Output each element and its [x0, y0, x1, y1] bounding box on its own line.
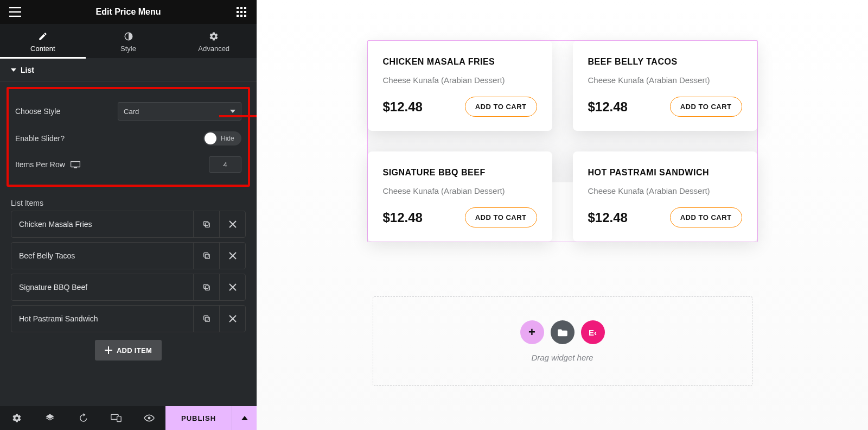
folder-icon: [557, 328, 568, 337]
svg-rect-0: [237, 7, 239, 9]
panel-title: Edit Price Menu: [95, 7, 161, 17]
sidebar-tabs: Content Style Advanced: [0, 24, 257, 58]
card-title: BEEF BELLY TACOS: [588, 57, 742, 67]
add-to-cart-button[interactable]: ADD TO CART: [465, 207, 537, 227]
remove-button[interactable]: [219, 306, 245, 332]
card-description: Cheese Kunafa (Arabian Dessert): [588, 75, 742, 85]
tab-style[interactable]: Style: [86, 24, 171, 58]
apps-icon[interactable]: [235, 5, 248, 18]
chevron-down-icon: [230, 110, 235, 113]
tab-style-label: Style: [86, 45, 171, 53]
card-price: $12.48: [588, 210, 628, 225]
duplicate-button[interactable]: [193, 274, 219, 300]
card-price: $12.48: [588, 99, 628, 115]
price-card: HOT PASTRAMI SANDWICH Cheese Kunafa (Ara…: [573, 151, 757, 242]
add-item-button[interactable]: ADD ITEM: [95, 340, 162, 361]
footer-responsive-button[interactable]: [99, 406, 132, 430]
footer-preview-button[interactable]: [132, 406, 165, 430]
publish-wrap: PUBLISH: [165, 406, 257, 430]
svg-rect-23: [117, 416, 121, 422]
card-price: $12.48: [383, 99, 423, 115]
pencil-icon: [38, 31, 48, 41]
widget-drop-zone[interactable]: + E‹ Drag widget here: [373, 296, 752, 386]
remove-button[interactable]: [219, 243, 245, 269]
half-circle-icon: [124, 31, 133, 41]
label-choose-style: Choose Style: [15, 107, 60, 116]
duplicate-button[interactable]: [193, 306, 219, 332]
svg-rect-4: [240, 11, 242, 13]
row-items-per-row: Items Per Row: [14, 151, 242, 178]
eye-icon: [144, 414, 155, 422]
svg-point-24: [148, 417, 150, 420]
label-enable-slider: Enable Slider?: [15, 134, 65, 143]
price-card: BEEF BELLY TACOS Cheese Kunafa (Arabian …: [573, 41, 757, 131]
card-footer: $12.48 ADD TO CART: [588, 207, 742, 227]
copy-icon: [202, 314, 211, 323]
remove-button[interactable]: [219, 274, 245, 300]
svg-rect-6: [237, 15, 239, 17]
svg-rect-19: [203, 316, 208, 320]
gear-icon: [12, 413, 22, 423]
add-to-cart-button[interactable]: ADD TO CART: [670, 207, 742, 227]
list-item-title[interactable]: Chicken Masala Fries: [11, 220, 193, 229]
card-description: Cheese Kunafa (Arabian Dessert): [383, 186, 537, 195]
footer-navigator-button[interactable]: [33, 406, 66, 430]
label-items-per-row: Items Per Row: [15, 160, 80, 169]
card-price: $12.48: [383, 210, 423, 225]
tab-content-label: Content: [0, 45, 86, 53]
list-item: Signature BBQ Beef: [11, 274, 246, 301]
svg-rect-13: [203, 222, 208, 226]
sidebar-footer: PUBLISH: [0, 406, 257, 430]
list-item: Chicken Masala Fries: [11, 211, 246, 238]
chevron-up-icon: [241, 416, 248, 420]
price-card: SIGNATURE BBQ BEEF Cheese Kunafa (Arabia…: [368, 151, 552, 242]
svg-rect-8: [244, 15, 246, 17]
subhead-list-items: List Items: [0, 193, 257, 211]
row-enable-slider: Enable Slider? Hide: [14, 126, 242, 151]
controls: Choose Style Card Enable Slider? Hide It…: [7, 87, 250, 187]
list-item-title[interactable]: Hot Pastrami Sandwich: [11, 314, 193, 323]
caret-down-icon: [11, 67, 16, 73]
select-choose-style-value: Card: [124, 108, 139, 116]
tab-advanced[interactable]: Advanced: [171, 24, 257, 58]
add-section-button[interactable]: +: [520, 320, 544, 344]
device-desktop-icon[interactable]: [71, 161, 80, 168]
menu-icon[interactable]: [9, 5, 22, 18]
elementskit-button[interactable]: E‹: [581, 320, 605, 344]
footer-history-button[interactable]: [66, 406, 99, 430]
input-items-per-row[interactable]: [209, 156, 241, 173]
add-to-cart-button[interactable]: ADD TO CART: [670, 97, 742, 117]
plus-icon: [105, 346, 112, 354]
publish-options-button[interactable]: [232, 406, 257, 430]
list-item-title[interactable]: Signature BBQ Beef: [11, 283, 193, 292]
svg-rect-11: [74, 167, 77, 168]
remove-button[interactable]: [219, 211, 245, 237]
template-library-button[interactable]: [551, 320, 575, 344]
devices-icon: [111, 414, 122, 422]
svg-rect-18: [205, 317, 209, 321]
list-item: Hot Pastrami Sandwich: [11, 305, 246, 332]
publish-button[interactable]: PUBLISH: [165, 406, 232, 430]
svg-rect-3: [237, 11, 239, 13]
card-description: Cheese Kunafa (Arabian Dessert): [383, 75, 537, 85]
duplicate-button[interactable]: [193, 211, 219, 237]
section-toggle-list[interactable]: List: [0, 58, 257, 81]
card-description: Cheese Kunafa (Arabian Dessert): [588, 186, 742, 195]
toggle-knob: [205, 132, 216, 144]
add-to-cart-button[interactable]: ADD TO CART: [465, 97, 537, 117]
toggle-enable-slider[interactable]: Hide: [203, 131, 241, 146]
editor-sidebar: Edit Price Menu Content Style Advanced L…: [0, 0, 257, 430]
list-item-title[interactable]: Beef Belly Tacos: [11, 251, 193, 260]
preview-canvas: CHICKEN MASALA FRIES Cheese Kunafa (Arab…: [257, 0, 868, 430]
widget-price-menu[interactable]: CHICKEN MASALA FRIES Cheese Kunafa (Arab…: [367, 40, 758, 242]
close-icon: [229, 315, 237, 322]
footer-settings-button[interactable]: [0, 406, 33, 430]
select-choose-style[interactable]: Card: [118, 102, 241, 121]
label-items-per-row-text: Items Per Row: [15, 160, 65, 169]
card-footer: $12.48 ADD TO CART: [383, 207, 537, 227]
svg-rect-12: [205, 223, 209, 227]
highlighted-controls: Choose Style Card Enable Slider? Hide It…: [7, 87, 250, 187]
duplicate-button[interactable]: [193, 243, 219, 269]
section-title: List: [21, 66, 34, 74]
tab-content[interactable]: Content: [0, 24, 86, 58]
